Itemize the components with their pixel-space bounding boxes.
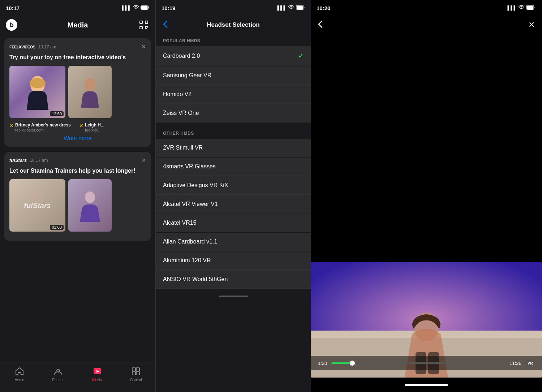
status-time-video: 10:20 bbox=[317, 5, 330, 11]
tab-media[interactable]: Media bbox=[78, 367, 117, 382]
vr-badge: VR bbox=[526, 360, 535, 366]
headset-name-ansio: ANSIO VR World 5thGen bbox=[163, 276, 228, 283]
svg-rect-17 bbox=[136, 368, 139, 371]
home-icon bbox=[15, 367, 24, 377]
svg-point-12 bbox=[31, 191, 44, 206]
signal-icon: ▌▌▌ bbox=[122, 5, 131, 10]
headset-nav: Headset Selection bbox=[156, 16, 311, 34]
back-button-headset[interactable] bbox=[163, 20, 168, 30]
svg-rect-18 bbox=[132, 372, 136, 375]
list-item-samsung[interactable]: Samsung Gear VR bbox=[156, 66, 311, 85]
card-header-fulstars: fulStars 10:17 am ✕ bbox=[9, 157, 146, 164]
x-mark-2: ✕ bbox=[79, 123, 83, 129]
control-icon bbox=[132, 367, 140, 377]
status-bar-media: 10:17 ▌▌▌ bbox=[0, 0, 155, 16]
section-header-other: OTHER HMDS bbox=[156, 126, 311, 139]
duration-badge-2: 01:03 bbox=[50, 225, 64, 230]
status-icons-headset: ▌▌▌ bbox=[277, 5, 305, 11]
card-title-feelx: Try out your toy on free interactive vid… bbox=[9, 54, 146, 61]
card-time-1: 10:17 am bbox=[38, 44, 56, 49]
signal-icon-headset: ▌▌▌ bbox=[277, 5, 287, 10]
panel-video: 10:20 ▌▌▌ bbox=[311, 0, 542, 392]
headset-name-aluminium: Aluminium 120 VR bbox=[163, 257, 211, 264]
media-icon bbox=[93, 367, 102, 377]
battery-icon bbox=[141, 5, 150, 11]
card-brand-fulstars: fulStars 10:17 am bbox=[9, 158, 48, 163]
list-item-alian[interactable]: Alian Cardboard v1.1 bbox=[156, 233, 311, 251]
tab-control[interactable]: Control bbox=[117, 367, 156, 382]
tab-friends[interactable]: Friends bbox=[39, 367, 78, 382]
item-title-2: Leigh H... bbox=[85, 122, 146, 128]
image-placeholder-1 bbox=[9, 66, 65, 118]
duration-badge-1: 12:50 bbox=[50, 111, 64, 116]
list-item-alcatel-viewer[interactable]: Alcatel VR Viewer V1 bbox=[156, 195, 311, 214]
media-page-title: Media bbox=[68, 21, 88, 29]
card-title-fulstars: Let our Stamina Trainers help you last l… bbox=[9, 167, 146, 175]
svg-rect-23 bbox=[527, 6, 534, 9]
list-item-2vr[interactable]: 2VR Stimuli VR bbox=[156, 139, 311, 157]
list-item-alcatel-vr15[interactable]: Alcatel VR15 bbox=[156, 214, 311, 232]
video-current-time: 1:20 bbox=[318, 361, 327, 366]
headset-name-alcatel-vr15: Alcatel VR15 bbox=[163, 220, 197, 226]
bluetooth-icon[interactable]: ƀ bbox=[6, 19, 17, 31]
svg-point-13 bbox=[85, 191, 95, 203]
progress-bar-fill bbox=[331, 362, 352, 364]
headset-list[interactable]: POPULAR HMDS Cardboard 2.0 ✓ Samsung Gea… bbox=[156, 34, 311, 392]
svg-rect-2 bbox=[140, 21, 142, 23]
tab-media-label: Media bbox=[92, 378, 102, 382]
nav-bar-media: ƀ Media bbox=[0, 16, 155, 34]
card-images-feelx: 12:50 bbox=[9, 66, 146, 118]
card-item-1: ✕ Britney Amber's new dress feelxvideos.… bbox=[9, 122, 76, 133]
section-header-popular: POPULAR HMDS bbox=[156, 34, 311, 46]
headset-name-zeiss: Zeiss VR One bbox=[163, 110, 199, 116]
want-more-link[interactable]: Want more bbox=[9, 135, 146, 142]
item-info-1: Britney Amber's new dress feelxvideos.co… bbox=[15, 122, 76, 133]
item-source-2: feelxvic... bbox=[85, 128, 146, 132]
tab-control-label: Control bbox=[130, 378, 142, 382]
card-image-1: 12:50 bbox=[9, 66, 65, 118]
list-item-homido[interactable]: Homido V2 bbox=[156, 85, 311, 104]
headset-name-4smarts: 4smarts VR Glasses bbox=[163, 163, 216, 170]
back-button-video[interactable] bbox=[318, 20, 323, 30]
headset-name-alcatel-viewer: Alcatel VR Viewer V1 bbox=[163, 201, 218, 207]
svg-rect-16 bbox=[132, 368, 136, 371]
status-time-headset: 10:19 bbox=[162, 5, 175, 11]
list-item-aluminium[interactable]: Aluminium 120 VR bbox=[156, 251, 311, 270]
image-placeholder-4 bbox=[68, 179, 112, 232]
headset-name-adaptive: Adaptive Designs VR KiX bbox=[163, 182, 228, 189]
list-item-cardboard2[interactable]: Cardboard 2.0 ✓ bbox=[156, 46, 311, 66]
svg-rect-19 bbox=[136, 372, 139, 375]
close-button-video[interactable]: ✕ bbox=[528, 20, 535, 30]
list-item-ansio[interactable]: ANSIO VR World 5thGen bbox=[156, 270, 311, 289]
item-info-2: Leigh H... feelxvic... bbox=[85, 122, 146, 133]
item-source-1: feelxvideos.com bbox=[15, 128, 76, 132]
battery-icon-video bbox=[526, 5, 536, 11]
notification-card-fulstars: fulStars 10:17 am ✕ Let our Stamina Trai… bbox=[4, 152, 151, 241]
panel-headset: 10:19 ▌▌▌ bbox=[155, 0, 311, 392]
close-button-card2[interactable]: ✕ bbox=[141, 157, 146, 164]
wifi-icon-video bbox=[519, 5, 524, 11]
status-icons-media: ▌▌▌ bbox=[122, 5, 150, 11]
progress-bar[interactable] bbox=[331, 362, 505, 364]
tab-home[interactable]: Home bbox=[0, 367, 39, 382]
list-item-4smarts[interactable]: 4smarts VR Glasses bbox=[156, 158, 311, 176]
svg-rect-21 bbox=[297, 6, 303, 9]
card-image-3: fulStars 01:03 bbox=[9, 179, 65, 232]
svg-point-11 bbox=[85, 78, 95, 91]
headset-name-samsung: Samsung Gear VR bbox=[163, 72, 211, 79]
scan-icon[interactable] bbox=[138, 19, 150, 31]
progress-handle[interactable] bbox=[350, 361, 355, 366]
video-controls: 1:20 11:26 VR bbox=[311, 356, 542, 370]
fulstars-logo: fulStars bbox=[9, 158, 27, 163]
video-nav: ✕ bbox=[311, 16, 542, 34]
signal-icon-video: ▌▌▌ bbox=[507, 5, 517, 10]
headset-name-cardboard2: Cardboard 2.0 bbox=[163, 53, 200, 59]
media-scroll-content[interactable]: FEELXVIDEOS 10:17 am ✕ Try out your toy … bbox=[0, 34, 155, 362]
list-item-adaptive[interactable]: Adaptive Designs VR KiX bbox=[156, 176, 311, 195]
close-button-card1[interactable]: ✕ bbox=[141, 43, 146, 50]
card-image-4 bbox=[68, 179, 112, 232]
svg-rect-3 bbox=[145, 21, 148, 23]
svg-rect-1 bbox=[141, 6, 148, 9]
x-mark-1: ✕ bbox=[9, 123, 14, 129]
list-item-zeiss[interactable]: Zeiss VR One bbox=[156, 104, 311, 122]
